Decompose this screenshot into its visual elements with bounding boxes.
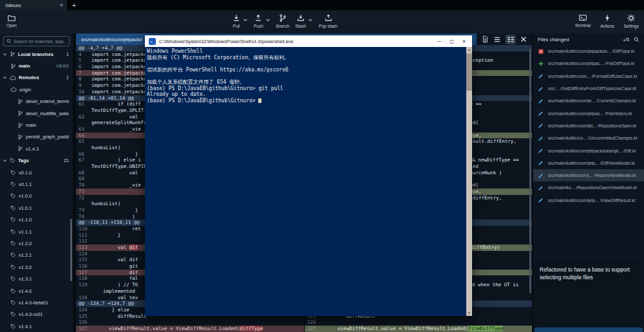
- sidebar-item-main[interactable]: mainHEAD: [0, 60, 73, 71]
- search-input[interactable]: [14, 39, 66, 44]
- stash-dropdown-icon[interactable]: [308, 17, 313, 23]
- push-dropdown-icon[interactable]: [265, 17, 270, 23]
- sidebar-item-tags[interactable]: Tags21: [0, 155, 73, 167]
- sidebar-item-v1-1-0[interactable]: v1.1.0: [0, 214, 73, 225]
- actions-button[interactable]: Actions: [600, 14, 614, 28]
- sidebar-item-v1-3-0[interactable]: v1.3.0: [0, 261, 73, 273]
- code-text: viewDiffResult.value = ViewDiffResult.Lo…: [320, 326, 503, 332]
- scroll-down-icon[interactable]: ▼: [466, 310, 472, 316]
- sidebar-item-v0-1-1[interactable]: v0.1.1: [0, 178, 73, 190]
- file-item[interactable]: src/main/kotlin/com/jetp... /ViewDiffRes…: [533, 194, 644, 207]
- push-button[interactable]: Push: [254, 14, 263, 28]
- file-item[interactable]: src/main/ko... /RepositoryOpenViewModel.…: [533, 181, 644, 194]
- gitnuro-app-window: Gitnuro × + Open Pull Push: [0, 0, 644, 332]
- close-diff-icon[interactable]: [520, 36, 527, 42]
- powershell-icon: >_: [149, 38, 156, 45]
- pull-button[interactable]: Pull: [232, 14, 241, 28]
- terminal-line: Already up to date.: [147, 91, 464, 98]
- file-item[interactable]: src/main/kotlin/com/jet... /RepositoryOp…: [533, 120, 644, 132]
- sidebar-item-origin[interactable]: origin: [0, 84, 73, 95]
- sidebar-item-label: v1.4.0: [19, 288, 32, 294]
- sidebar-item-v1-2-0[interactable]: v1.2.0: [0, 237, 73, 249]
- sidebar-item-devel-multifile-select[interactable]: devel_multifile_select: [0, 107, 73, 119]
- sidebar-item-v1-4-1[interactable]: v1.4.1: [0, 320, 73, 332]
- search-files-icon[interactable]: [634, 37, 639, 42]
- new-tab-button[interactable]: +: [67, 0, 81, 10]
- tab-close-icon[interactable]: ×: [60, 3, 63, 8]
- sidebar-item-v1-4-0-rc01[interactable]: v1.4.0-rc01: [0, 309, 73, 320]
- powershell-window[interactable]: >_ C:\Windows\System32\WindowsPowerShell…: [145, 35, 472, 316]
- sidebar-item-v1-2-1[interactable]: v1.2.1: [0, 250, 73, 261]
- sidebar-item-v1-0-1[interactable]: v1.0.1: [0, 202, 73, 214]
- file-icon[interactable]: [482, 35, 489, 43]
- sidebar-item-v1-4-0[interactable]: v1.4.0: [0, 285, 73, 297]
- diff-scrollbar[interactable]: [529, 49, 531, 293]
- unified-view-icon[interactable]: [493, 36, 501, 43]
- file-item[interactable]: src/main/kotlin/com/jetpackdu... /DiffTy…: [533, 45, 644, 57]
- open-button[interactable]: Open: [6, 14, 17, 28]
- file-path: src/main/kotlin/com/jetp... /DiffViewMod…: [548, 161, 635, 165]
- diff-line: 127 viewDiffResult.value = ViewDiffResul…: [76, 326, 304, 332]
- sidebar-item-v1-0-0[interactable]: v1.0.0: [0, 190, 73, 202]
- file-item[interactable]: src/main/kotlin/com/jetp... /DiffViewMod…: [533, 157, 644, 169]
- line-number: 62: [76, 114, 91, 120]
- tab-gitnuro[interactable]: Gitnuro ×: [0, 0, 67, 10]
- file-item[interactable]: src/main/kotlin/com/jetpac... /FileDiffT…: [533, 57, 644, 69]
- file-item[interactable]: src/main/kotlin/com... /FormatDiffUseCas…: [533, 70, 644, 82]
- stash-button[interactable]: Stash: [295, 14, 306, 28]
- file-item[interactable]: src/main/kotlin/com/je... /CommitChanges…: [533, 95, 644, 107]
- settings-button[interactable]: Settings: [624, 14, 639, 28]
- chev-icon: [3, 52, 7, 57]
- line-number: 69: [76, 176, 91, 182]
- scroll-up-icon[interactable]: ▲: [466, 47, 472, 53]
- code-text: diffResult: [91, 313, 147, 320]
- code-text: import com.jetpackdu: [91, 89, 149, 95]
- file-item[interactable]: src/main/kotlin/com/jetpac... /FileHisto…: [533, 107, 644, 119]
- branch-icon: [17, 110, 23, 116]
- tag-icon: [10, 217, 16, 223]
- branch-button[interactable]: Branch: [276, 14, 290, 28]
- minimize-icon[interactable]: –: [438, 38, 441, 44]
- file-path: src/main/kotlin/co... /UncommitedChanges…: [548, 136, 638, 140]
- sidebar-item-v1-3-1[interactable]: v1.3.1: [0, 273, 73, 284]
- close-window-icon[interactable]: ×: [462, 38, 466, 44]
- sidebar-search-box[interactable]: [3, 36, 70, 46]
- split-view-icon[interactable]: [506, 35, 516, 44]
- file-item[interactable]: src/... /GetDiffEntryFromDiffTypeUseCase…: [533, 82, 644, 95]
- code-text: ): [91, 214, 135, 220]
- modified-icon: [538, 86, 544, 92]
- file-item[interactable]: src/main/kotlin/co... /UncommitedChanges…: [533, 132, 644, 144]
- sidebar-item-local-branches[interactable]: Local branches1: [0, 48, 73, 60]
- sidebar-item-label: main: [19, 63, 30, 69]
- sidebar-item-v0-1-0[interactable]: v0.1.0: [0, 167, 73, 178]
- code-text: git: [91, 263, 138, 270]
- sidebar-item-devel-extend-termina[interactable]: devel_extend_termina: [0, 96, 73, 107]
- sidebar-item-v1-4-3[interactable]: v1.4.3: [0, 143, 73, 154]
- sidebar-scrollbar[interactable]: [70, 219, 72, 281]
- sidebar-item-label: v0.1.0: [19, 170, 32, 176]
- sidebar-item-v1-4-0-beta01[interactable]: v1.4.0-beta01: [0, 297, 73, 308]
- sidebar-item-main[interactable]: main: [0, 119, 73, 131]
- powershell-console[interactable]: Windows PowerShell版权所有 (C) Microsoft Cor…: [145, 47, 472, 316]
- pop-stash-button[interactable]: Pop stash: [319, 14, 337, 28]
- powershell-titlebar[interactable]: >_ C:\Windows\System32\WindowsPowerShell…: [145, 35, 472, 47]
- code-text: ) else i: [91, 157, 141, 163]
- terminal-scrollbar[interactable]: ▲ ▼: [466, 47, 472, 316]
- sidebar-item-remotes[interactable]: Remotes1: [0, 72, 73, 84]
- line-number: 70: [76, 182, 91, 189]
- sidebar-item-label: v1.3.1: [19, 276, 32, 282]
- commit-author-card[interactable]: A Abdelilah El Aissaoui 8ce0c35 2024年12月…: [535, 327, 643, 332]
- pull-dropdown-icon[interactable]: [243, 17, 248, 23]
- terminal-button[interactable]: Terminal: [575, 14, 591, 28]
- maximize-icon[interactable]: □: [450, 38, 453, 44]
- branch-icon: [17, 122, 23, 129]
- file-item[interactable]: src/main/kotlin/com/j... /HistoryViewMod…: [533, 169, 644, 181]
- sort-files-icon[interactable]: a: [623, 37, 630, 42]
- sidebar-item-v1-1-1[interactable]: v1.1.1: [0, 226, 73, 237]
- terminal-scroll-thumb[interactable]: [466, 53, 472, 91]
- changed-word: diffType: [240, 326, 263, 331]
- line-number: 117: [76, 270, 91, 276]
- sidebar-item-persist-graph-paddin[interactable]: persist_graph_paddin: [0, 131, 73, 143]
- line-number: 10: [76, 89, 91, 95]
- file-item[interactable]: src/main/kotlin/com/jetpackduba/git... /…: [533, 144, 644, 156]
